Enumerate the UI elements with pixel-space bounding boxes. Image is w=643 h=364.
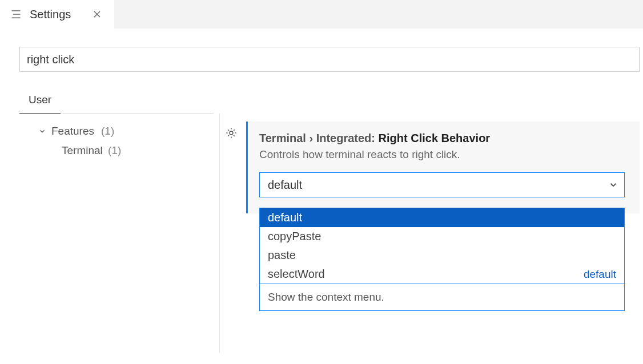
setting-select[interactable]: default [259, 172, 625, 197]
tree-features[interactable]: Features (1) [19, 122, 219, 141]
search-input[interactable] [19, 47, 640, 72]
scope-tab-user[interactable]: User [19, 88, 61, 114]
setting-right-click-behavior: Terminal › Integrated: Right Click Behav… [246, 122, 640, 213]
setting-dropdown: default copyPaste paste selectWord defau… [259, 208, 625, 311]
tree-features-count: (1) [101, 125, 114, 137]
tab-title: Settings [30, 8, 71, 21]
dropdown-info: Show the context menu. [260, 284, 624, 310]
settings-list-icon [10, 9, 22, 20]
settings-editor: User Features (1) Terminal (1) [0, 29, 643, 353]
settings-pane: Terminal › Integrated: Right Click Behav… [220, 114, 643, 213]
setting-description: Controls how terminal reacts to right cl… [259, 148, 640, 161]
setting-breadcrumb: Terminal › Integrated: [259, 132, 379, 144]
dropdown-option-copypaste[interactable]: copyPaste [260, 227, 624, 246]
settings-tree: Features (1) Terminal (1) [0, 114, 220, 353]
setting-select-value: default [268, 179, 302, 192]
dropdown-option-label: paste [268, 249, 296, 262]
tab-settings[interactable]: Settings [0, 0, 114, 29]
tree-features-label: Features [51, 125, 94, 137]
gear-icon[interactable] [224, 126, 238, 140]
chevron-down-icon [38, 127, 47, 136]
chevron-down-icon [608, 180, 618, 190]
setting-title: Terminal › Integrated: Right Click Behav… [259, 132, 640, 145]
tree-terminal-count: (1) [108, 144, 121, 156]
svg-point-5 [230, 131, 233, 135]
dropdown-default-badge: default [584, 268, 616, 281]
tab-bar: Settings [0, 0, 643, 29]
dropdown-option-paste[interactable]: paste [260, 246, 624, 265]
scope-tabs: User [19, 88, 214, 114]
setting-name: Right Click Behavior [379, 132, 491, 144]
tree-terminal-label: Terminal [62, 144, 103, 156]
dropdown-option-label: selectWord [268, 268, 325, 281]
dropdown-option-label: default [268, 211, 302, 224]
tree-terminal[interactable]: Terminal (1) [19, 141, 219, 160]
dropdown-option-default[interactable]: default [260, 208, 624, 227]
search-wrap [0, 29, 643, 72]
dropdown-option-label: copyPaste [268, 230, 321, 243]
dropdown-option-selectword[interactable]: selectWord default [260, 265, 624, 284]
close-icon[interactable] [90, 7, 104, 21]
